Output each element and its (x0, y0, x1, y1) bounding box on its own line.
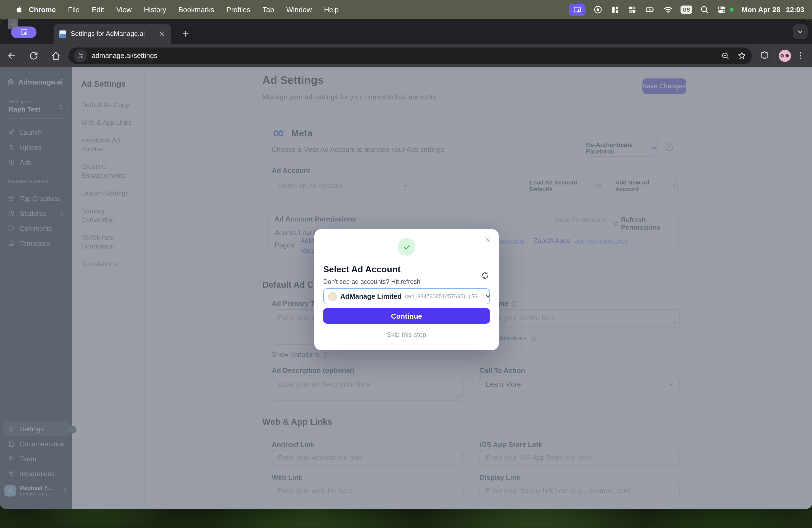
browser-menu-kebab-icon[interactable] (795, 50, 806, 60)
site-settings-icon[interactable] (74, 49, 87, 62)
spotlight-search-icon[interactable] (700, 5, 710, 14)
address-bar[interactable]: admanage.ai/settings (69, 47, 752, 64)
menu-bar-status: US Mon Apr 28 12:03 (569, 4, 804, 16)
menu-profiles[interactable]: Profiles (227, 5, 250, 14)
tab-favicon (59, 30, 66, 37)
menu-tab[interactable]: Tab (263, 5, 274, 14)
browser-window: Settings for AdManage.ai admanage.ai/set… (0, 19, 812, 509)
bookmark-star-icon[interactable] (737, 51, 746, 60)
zoom-out-icon[interactable] (721, 51, 730, 60)
browser-avatar[interactable] (779, 49, 791, 62)
modal-title: Select Ad Account (323, 265, 401, 275)
menu-help[interactable]: Help (324, 5, 339, 14)
skip-step-link[interactable]: Skip this step (314, 331, 499, 339)
check-icon (402, 243, 411, 251)
page-content: Admanage.ai Workspace Raph Test Launch U… (0, 68, 812, 509)
tab-close-icon[interactable] (158, 30, 166, 38)
reload-icon[interactable] (29, 50, 39, 60)
account-dropdown[interactable]: AdManage Limited (act_384730851257635) |… (323, 288, 490, 304)
account-balance: | $2 (468, 293, 478, 299)
input-source-badge[interactable]: US (680, 5, 692, 14)
account-id: (act_384730851257635) (405, 293, 465, 299)
success-check-badge (398, 238, 416, 256)
tab-strip: Settings for AdManage.ai (0, 19, 812, 44)
status-green-dot (730, 8, 734, 12)
battery-icon[interactable] (644, 5, 655, 14)
clock-time: 12:03 (786, 5, 804, 14)
menu-edit[interactable]: Edit (92, 5, 104, 14)
home-icon[interactable] (51, 50, 61, 60)
toolbar-divider (774, 50, 774, 60)
account-avatar (328, 292, 337, 301)
screen: Chrome File Edit View History Bookmarks … (0, 0, 812, 528)
app-grid-icon[interactable] (627, 5, 637, 14)
modal-subtitle: Don't see ad accounts? Hit refresh (323, 278, 420, 285)
tab-search-chevron[interactable] (793, 24, 808, 39)
browser-toolbar: admanage.ai/settings (0, 44, 812, 68)
menu-history[interactable]: History (144, 5, 166, 14)
tab-title: Settings for AdManage.ai (71, 30, 154, 38)
control-center-icon[interactable] (717, 5, 727, 14)
new-tab-icon[interactable] (181, 29, 190, 38)
menu-window[interactable]: Window (286, 5, 312, 14)
menu-bar-clock[interactable]: Mon Apr 28 12:03 (742, 5, 804, 14)
menu-file[interactable]: File (68, 5, 79, 14)
menu-view[interactable]: View (116, 5, 132, 14)
menu-bookmarks[interactable]: Bookmarks (178, 5, 214, 14)
close-icon[interactable] (484, 236, 492, 244)
forward-icon[interactable] (8, 19, 18, 29)
clock-date: Mon Apr 28 (742, 5, 781, 14)
refresh-accounts-icon[interactable] (481, 271, 489, 280)
select-ad-account-modal: Select Ad Account Don't see ad accounts?… (314, 229, 499, 350)
back-icon[interactable] (6, 50, 17, 60)
window-tiles-icon[interactable] (610, 5, 620, 14)
menu-chrome[interactable]: Chrome (29, 5, 56, 14)
account-name: AdManage Limited (340, 292, 402, 300)
url-text[interactable]: admanage.ai/settings (92, 52, 716, 59)
chevron-down-icon[interactable] (484, 293, 491, 300)
record-status-icon[interactable] (593, 5, 603, 14)
extensions-puzzle-icon[interactable] (759, 50, 769, 60)
screen-share-status-icon[interactable] (569, 4, 585, 16)
app-menus: Chrome File Edit View History Bookmarks … (29, 5, 339, 14)
continue-button[interactable]: Continue (323, 308, 490, 324)
browser-tab[interactable]: Settings for AdManage.ai (54, 24, 171, 44)
apple-menu-icon[interactable] (15, 5, 23, 14)
macos-menu-bar: Chrome File Edit View History Bookmarks … (0, 0, 812, 19)
wifi-icon[interactable] (663, 5, 672, 14)
